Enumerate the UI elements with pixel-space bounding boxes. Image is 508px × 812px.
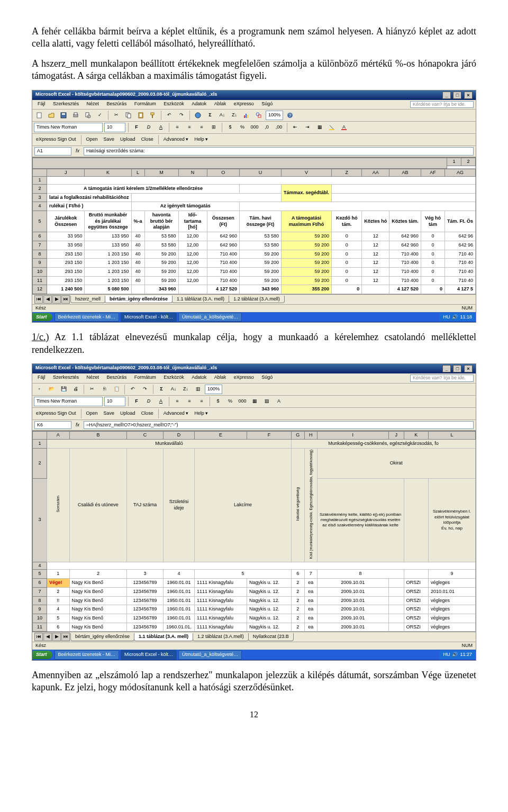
expresso-open[interactable]: Open	[84, 134, 100, 145]
copy-icon[interactable]	[123, 110, 134, 121]
cell[interactable]	[388, 623, 404, 632]
cell[interactable]: 59 200	[240, 267, 282, 276]
taskbar-button[interactable]: Útmutató_a_költségveté…	[178, 313, 242, 322]
cell[interactable]: ea	[304, 587, 317, 596]
cell[interactable]: 123456789	[127, 623, 164, 632]
col-hdr[interactable]: H	[304, 432, 317, 440]
cell[interactable]: 2	[291, 623, 304, 632]
name-box[interactable]: K6	[34, 421, 71, 430]
open-icon[interactable]: 📂	[46, 384, 57, 395]
cell[interactable]: 2	[291, 614, 304, 623]
cell[interactable]: 12	[362, 232, 389, 241]
fx-icon[interactable]: fx	[76, 422, 79, 428]
cell[interactable]: 2	[291, 587, 304, 596]
cell[interactable]: 12,00	[178, 259, 207, 268]
cell[interactable]: Tám. havi összege (Ft)	[240, 211, 282, 232]
cell[interactable]: 53 580	[144, 241, 178, 250]
cell[interactable]	[388, 579, 404, 588]
cell[interactable]: 40	[131, 232, 144, 241]
drawing-icon[interactable]	[253, 110, 264, 121]
col-hdr[interactable]: U	[240, 169, 282, 177]
cell[interactable]: 1111 Kisnagyfalu	[194, 587, 247, 596]
cell[interactable]: 59 200	[282, 276, 332, 285]
cell[interactable]: ORSZI	[404, 596, 428, 605]
align-right-icon[interactable]: ≡	[196, 396, 207, 407]
cell[interactable]: Bruttó munkabér és járulékai együttes ös…	[85, 211, 131, 232]
cell[interactable]: 0	[421, 259, 444, 268]
cell[interactable]: végleges	[429, 623, 476, 632]
undo-icon[interactable]: ↶	[128, 384, 138, 395]
menu-data[interactable]: Adatok	[188, 373, 210, 381]
cell[interactable]: 123456789	[127, 587, 164, 596]
cell[interactable]: 59 200	[144, 276, 178, 285]
row-hdr[interactable]: 10	[33, 267, 47, 276]
cell[interactable]: 40	[131, 241, 144, 250]
thousand-icon[interactable]: 000	[237, 396, 248, 407]
cell[interactable]: latai a foglalkozási rehabilitációhoz	[47, 193, 132, 202]
col-hdr[interactable]: K	[85, 169, 131, 177]
col-hdr[interactable]: C	[127, 432, 164, 440]
cell[interactable]: 642 960	[207, 232, 239, 241]
cell[interactable]	[388, 587, 404, 596]
cell[interactable]: 0	[421, 267, 444, 276]
cell[interactable]: 0	[332, 267, 362, 276]
expresso-open[interactable]: Open	[84, 408, 100, 419]
cell[interactable]: A támogatási maximum Ft/hó	[282, 211, 332, 232]
col-hdr[interactable]: J	[388, 432, 404, 440]
tray-icon[interactable]: 🔊	[452, 314, 458, 321]
cell[interactable]: ORSZI	[404, 579, 428, 588]
font-color-icon[interactable]: A	[339, 122, 349, 133]
row-hdr[interactable]: 2	[33, 185, 47, 194]
menu-insert[interactable]: Beszúrás	[104, 373, 130, 381]
fx-icon[interactable]: fx	[76, 148, 79, 154]
cell[interactable]	[178, 285, 207, 294]
menu-expresso[interactable]: eXpresso	[231, 373, 257, 381]
worksheet-grid[interactable]: A B C D E F G H I J K L 1 Munkavállaló M…	[32, 431, 476, 632]
tab-nav-last[interactable]: ⏭	[61, 295, 70, 304]
cell[interactable]: 2009.10.01	[317, 605, 388, 614]
cell[interactable]: 1111 Kisnagyfalu	[194, 623, 247, 632]
menu-view[interactable]: Nézet	[84, 373, 103, 381]
cell[interactable]: 59 200	[282, 250, 332, 259]
print-icon[interactable]: 🖨	[70, 384, 81, 395]
cell[interactable]: 1960.01.01	[163, 587, 194, 596]
col-hdr[interactable]: B	[69, 432, 127, 440]
start-button[interactable]: Start	[33, 651, 52, 659]
menu-file[interactable]: Fájl	[34, 373, 49, 381]
cell[interactable]: 0	[332, 276, 362, 285]
cell[interactable]: !!	[47, 596, 70, 605]
align-center-icon[interactable]: ≡	[184, 396, 195, 407]
borders-icon[interactable]: ▦	[314, 122, 325, 133]
menu-tools[interactable]: Eszközök	[160, 373, 187, 381]
cell[interactable]	[362, 285, 389, 294]
align-left-icon[interactable]: ≡	[172, 122, 183, 133]
cell[interactable]: 33 950	[47, 232, 85, 241]
dec-indent-icon[interactable]: ⇤	[290, 122, 301, 133]
cell[interactable]: TAJ száma	[127, 448, 164, 562]
cell[interactable]: 123456789	[127, 596, 164, 605]
cell[interactable]: végleges	[429, 579, 476, 588]
cell[interactable]	[388, 605, 404, 614]
inc-indent-icon[interactable]: ⇥	[302, 122, 313, 133]
new-icon[interactable]: ▫	[34, 384, 44, 395]
font-size-combo[interactable]: 10	[104, 397, 125, 406]
row-hdr[interactable]: 11	[33, 276, 47, 285]
cell[interactable]: 12,00	[178, 250, 207, 259]
cell[interactable]: 123456789	[127, 605, 164, 614]
sort-desc-icon[interactable]: Z↓	[180, 384, 191, 395]
expresso-help[interactable]: Help ▾	[192, 134, 210, 145]
cell[interactable]: Kód (munkaképesség-csökk. Egészségkároso…	[309, 450, 313, 559]
cut-icon[interactable]: ✂	[87, 384, 97, 395]
zoom-combo[interactable]: 100%	[205, 385, 222, 394]
taskbar-button[interactable]: Útmutató_a_költségveté…	[178, 650, 242, 660]
cell[interactable]: 293 150	[47, 259, 85, 268]
cell[interactable]: 710 400	[389, 250, 421, 259]
cell[interactable]: 0	[332, 241, 362, 250]
cell[interactable]: 642 96	[444, 232, 475, 241]
cell[interactable]: 710 400	[207, 259, 239, 268]
cell[interactable]: 710 400	[207, 250, 239, 259]
cell[interactable]: Nagy Kis Benő	[69, 605, 127, 614]
menu-help[interactable]: Súgó	[258, 100, 276, 107]
worksheet-grid[interactable]: 12 J K L M N O U V Z AA AB AF AG 1	[32, 157, 476, 294]
cell[interactable]: 3	[127, 570, 164, 579]
